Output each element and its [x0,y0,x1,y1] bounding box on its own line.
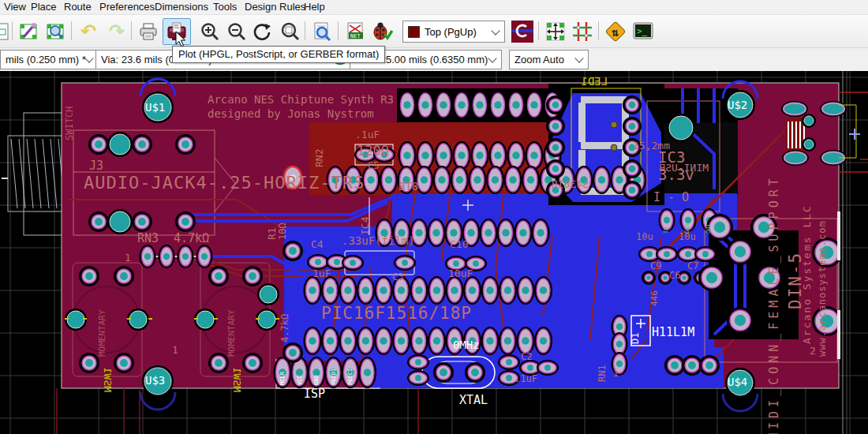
secondary-toolbar: mils (0.250 mm) * Via: 23.6 mils (0.60 m… [0,48,868,72]
footprint-viewer-icon[interactable] [43,19,69,44]
chevron-down-icon [84,54,93,62]
menu-tools[interactable]: Tools [211,0,239,14]
zoom-in-icon[interactable] [197,19,223,44]
chevron-down-icon [491,26,499,35]
net-label: NET [350,33,361,39]
netlist-icon[interactable]: NET [342,19,368,44]
menu-view[interactable]: View [2,0,28,14]
mouse-cursor [175,32,188,52]
drc-ladybug-icon[interactable] [369,19,395,44]
chevron-down-icon [488,54,496,62]
layer-color-swatch [408,26,420,38]
print-icon[interactable] [136,19,161,44]
main-toolbar: ↶ ↷ NET Top [0,15,868,48]
menu-bar: View Place Route Preferences Dimensions … [0,0,868,15]
find-icon[interactable] [309,19,335,44]
drag-track-icon[interactable] [543,19,568,44]
footprint-editor-icon[interactable] [17,19,42,44]
redraw-icon[interactable] [250,19,275,44]
track-width-selector[interactable]: mils (0.250 mm) * [0,50,99,69]
layer-selector[interactable]: Top (PgUp) [402,21,505,43]
svg-text:⇅: ⇅ [612,25,619,39]
redo-icon[interactable]: ↷ [104,19,129,44]
zoom-selector[interactable]: Zoom Auto [509,50,589,69]
menu-design-rules[interactable]: Design Rules [242,0,308,14]
swap-layer-icon[interactable]: ⇅ [603,19,628,44]
zoom-fit-icon[interactable] [277,19,302,44]
chevron-down-icon [574,54,583,62]
zoom-out-icon[interactable] [224,19,249,44]
pcb-canvas[interactable] [0,71,868,434]
svg-text:>_: >_ [637,26,648,36]
menu-help[interactable]: Help [301,0,327,14]
menu-preferences[interactable]: Preferences [97,0,157,14]
menu-route[interactable]: Route [62,0,94,14]
layer-selector-value: Top (PgUp) [425,26,477,38]
menu-place[interactable]: Place [28,0,59,14]
undo-icon[interactable]: ↶ [76,19,101,44]
pcbnew-window: View Place Route Preferences Dimensions … [0,0,868,434]
grid-settings-icon[interactable] [570,19,595,44]
menu-dimensions[interactable]: Dimensions [152,0,211,14]
via-cursor-shape-icon[interactable] [510,19,535,44]
plot-tooltip: Plot (HPGL, PostScript, or GERBER format… [172,46,385,63]
python-console-icon[interactable]: >_ [631,19,657,44]
